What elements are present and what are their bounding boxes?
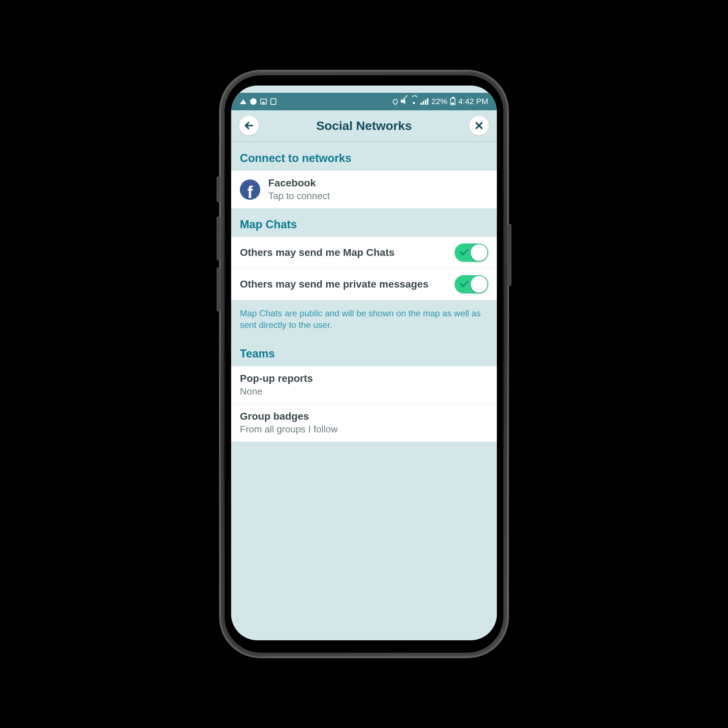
battery-pct: 22% [431, 97, 447, 106]
close-button[interactable] [469, 116, 489, 135]
popup-reports-title: Pop-up reports [240, 373, 488, 384]
popup-reports-subtitle: None [240, 386, 488, 397]
arrow-back-icon [244, 121, 254, 131]
page-title: Social Networks [316, 119, 412, 133]
facebook-title: Facebook [268, 177, 488, 189]
image-icon [260, 99, 267, 104]
power-button [508, 224, 511, 286]
facebook-icon: f [240, 179, 260, 200]
status-left [240, 98, 276, 105]
mute-icon [401, 99, 407, 104]
dnd-icon [250, 98, 257, 105]
status-bar: 22% 4:42 PM [231, 93, 497, 110]
close-icon [474, 121, 484, 130]
content[interactable]: Connect to networks f Facebook Tap to co… [231, 142, 497, 640]
section-header-mapchats: Map Chats [231, 209, 497, 237]
mapchats-description: Map Chats are public and will be shown o… [231, 300, 497, 344]
warning-icon [240, 99, 246, 104]
toggle-mapchats[interactable] [455, 243, 488, 262]
phone-bezel: 22% 4:42 PM Social Networks [225, 75, 503, 653]
signal-icon [421, 98, 428, 105]
battery-icon [450, 98, 455, 105]
toggle-label-private: Others may send me private messages [240, 278, 447, 290]
toggle-private[interactable] [455, 275, 488, 294]
facebook-row[interactable]: f Facebook Tap to connect [231, 171, 497, 209]
page-header: Social Networks [231, 110, 497, 142]
back-button[interactable] [239, 116, 259, 135]
group-badges-row[interactable]: Group badges From all groups I follow [231, 404, 497, 442]
clock: 4:42 PM [458, 97, 488, 106]
volume-down-button [217, 268, 220, 311]
toggle-label-mapchats: Others may send me Map Chats [240, 247, 447, 258]
volume-up-button [217, 217, 220, 260]
location-icon [392, 98, 399, 105]
document-icon [271, 98, 276, 105]
side-button [217, 177, 220, 202]
toggle-row-private: Others may send me private messages [231, 269, 497, 300]
section-header-connect: Connect to networks [231, 142, 497, 171]
group-badges-subtitle: From all groups I follow [240, 424, 488, 435]
group-badges-title: Group badges [240, 411, 488, 422]
status-right: 22% 4:42 PM [393, 97, 488, 106]
wifi-icon [410, 99, 418, 104]
popup-reports-row[interactable]: Pop-up reports None [231, 366, 497, 404]
toggle-row-mapchats: Others may send me Map Chats [231, 237, 497, 269]
screen: 22% 4:42 PM Social Networks [231, 86, 497, 640]
phone-frame: 22% 4:42 PM Social Networks [220, 71, 508, 657]
section-header-teams: Teams [231, 344, 497, 366]
facebook-subtitle: Tap to connect [268, 190, 488, 202]
